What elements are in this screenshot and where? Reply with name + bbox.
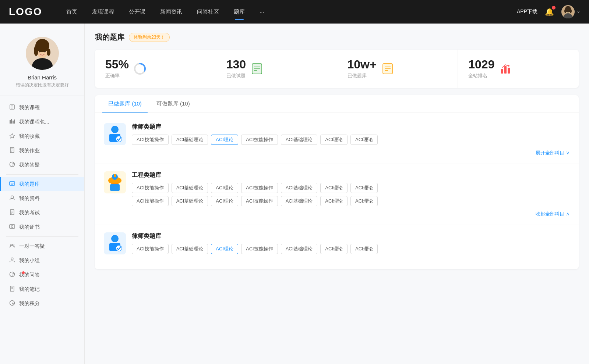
- sidebar-item-homework[interactable]: 我的作业: [0, 143, 84, 158]
- tag-lawyer-5[interactable]: ACI理论: [320, 135, 348, 145]
- tag-lawyer2-1[interactable]: ACI基础理论: [172, 244, 208, 254]
- qbank-lawyer-tags: ACI技能操作 ACI基础理论 ACI理论 ACI技能操作 ACI基础理论 AC…: [132, 135, 570, 145]
- qbank-engineer-tags-row2: ACI技能操作 ACI基础理论 ACI理论 ACI技能操作 ACI基础理论 AC…: [132, 196, 570, 206]
- logo[interactable]: LOGO: [9, 6, 46, 18]
- qbank-engineer-icon: [104, 171, 126, 193]
- tag-eng-r2-3[interactable]: ACI技能操作: [241, 196, 278, 206]
- main-content: 我的题库 体验剩余23天！ 55% 正确率: [85, 24, 589, 364]
- svg-rect-70: [109, 181, 120, 183]
- nav-menu: 首页 发现课程 公开课 新闻资讯 问答社区 题库 ···: [60, 6, 517, 18]
- qbank-engineer-tags-row1: ACI技能操作 ACI基础理论 ACI理论 ACI技能操作 ACI基础理论 AC…: [132, 183, 570, 193]
- profile-name: Brian Harris: [28, 74, 57, 81]
- tag-lawyer2-5[interactable]: ACI理论: [320, 244, 348, 254]
- svg-rect-37: [10, 225, 15, 228]
- tag-lawyer-2[interactable]: ACI理论: [211, 135, 238, 145]
- qbank-list: 律师类题库 ACI技能操作 ACI基础理论 ACI理论 ACI技能操作 ACI基…: [95, 113, 579, 269]
- tag-lawyer2-3[interactable]: ACI技能操作: [241, 244, 278, 254]
- tag-eng-3[interactable]: ACI技能操作: [241, 183, 278, 193]
- qbank-lawyer-icon: [104, 123, 126, 145]
- qbank-lawyer-expand[interactable]: 展开全部科目 ∨: [536, 150, 570, 156]
- sidebar-item-profile[interactable]: 我的资料: [0, 191, 84, 206]
- tag-lawyer2-2[interactable]: ACI理论: [211, 244, 238, 254]
- sidebar-menu: 我的课程 我的课程包... 我的收藏 我的作业: [0, 99, 84, 312]
- tag-eng-4[interactable]: ACI基础理论: [281, 183, 318, 193]
- done-questions-icon: [250, 62, 264, 75]
- tag-lawyer-1[interactable]: ACI基础理论: [172, 135, 208, 145]
- svg-point-38: [11, 226, 13, 228]
- sidebar-item-exam[interactable]: 我的考试: [0, 206, 84, 220]
- nav-discover[interactable]: 发现课程: [86, 6, 120, 18]
- page-title: 我的题库: [95, 32, 124, 42]
- tag-eng-1[interactable]: ACI基础理论: [172, 183, 208, 193]
- stat-ranking-label: 全站排名: [468, 72, 494, 79]
- nav-news[interactable]: 新闻资讯: [154, 6, 188, 18]
- sidebar-item-my-qa[interactable]: ? 我的问答: [0, 268, 84, 282]
- tag-eng-r2-4[interactable]: ACI基础理论: [281, 196, 318, 206]
- sidebar-item-certificate[interactable]: 我的证书: [0, 220, 84, 234]
- nav-more[interactable]: ···: [254, 6, 270, 18]
- tab-done-banks[interactable]: 已做题库 (10): [102, 95, 148, 113]
- done-banks-icon: [381, 62, 394, 75]
- stat-ranking-value: 1029: [468, 58, 494, 70]
- qbank-lawyer2-tags: ACI技能操作 ACI基础理论 ACI理论 ACI技能操作 ACI基础理论 AC…: [132, 244, 570, 254]
- svg-rect-21: [14, 119, 15, 124]
- sidebar: Brian Harris 错误的决定比没有决定要好 我的课程 我的课程包...: [0, 24, 85, 364]
- profile-avatar: [26, 37, 59, 70]
- qa-icon: ?: [9, 161, 15, 168]
- tag-lawyer-6[interactable]: ACI理论: [350, 135, 378, 145]
- tag-eng-6[interactable]: ACI理论: [350, 183, 378, 193]
- stat-accuracy-value: 55%: [105, 58, 129, 70]
- sidebar-item-qa[interactable]: ? 我的答疑: [0, 158, 84, 172]
- stat-ranking: 1029 全站排名: [458, 50, 579, 88]
- tag-eng-2[interactable]: ACI理论: [211, 183, 238, 193]
- tag-lawyer2-0[interactable]: ACI技能操作: [132, 244, 169, 254]
- svg-rect-18: [10, 120, 11, 124]
- tag-eng-r2-5[interactable]: ACI理论: [320, 196, 348, 206]
- tag-lawyer-0[interactable]: ACI技能操作: [132, 135, 169, 145]
- sidebar-label-homework: 我的作业: [19, 147, 40, 154]
- sidebar-item-one-on-one[interactable]: 一对一答疑: [0, 239, 84, 253]
- tag-lawyer-3[interactable]: ACI技能操作: [241, 135, 278, 145]
- svg-point-4: [564, 9, 567, 13]
- tag-eng-r2-2[interactable]: ACI理论: [211, 196, 238, 206]
- nav-open-course[interactable]: 公开课: [123, 6, 151, 18]
- divider-2: [6, 236, 78, 237]
- sidebar-item-my-course[interactable]: 我的课程: [0, 100, 84, 115]
- sidebar-item-points[interactable]: ★ 我的积分: [0, 296, 84, 311]
- tag-eng-r2-6[interactable]: ACI理论: [350, 196, 378, 206]
- one-on-one-icon: [9, 243, 15, 250]
- app-download-button[interactable]: APP下载: [517, 8, 537, 15]
- tab-available-banks[interactable]: 可做题库 (10): [151, 95, 196, 113]
- star-icon: [9, 133, 15, 140]
- svg-point-13: [44, 51, 46, 53]
- exam-icon: [9, 209, 15, 216]
- tag-eng-r2-0[interactable]: ACI技能操作: [132, 196, 169, 206]
- user-avatar-wrap[interactable]: ∨: [561, 5, 580, 18]
- accuracy-donut-icon: [133, 62, 147, 75]
- nav-qbank[interactable]: 题库: [228, 6, 251, 18]
- sidebar-item-course-pack[interactable]: 我的课程包...: [0, 115, 84, 129]
- nav-qa[interactable]: 问答社区: [191, 6, 225, 18]
- stats-row: 55% 正确率 130 已做试题: [95, 50, 579, 88]
- nav-home[interactable]: 首页: [60, 6, 83, 18]
- notes-icon: [9, 286, 15, 293]
- tag-lawyer-4[interactable]: ACI基础理论: [281, 135, 318, 145]
- sidebar-item-favorites[interactable]: 我的收藏: [0, 129, 84, 143]
- tag-eng-5[interactable]: ACI理论: [320, 183, 348, 193]
- notification-bell[interactable]: 🔔: [545, 7, 554, 16]
- sidebar-label-course-pack: 我的课程包...: [19, 119, 49, 125]
- avatar: [561, 5, 575, 18]
- sidebar-label-favorites: 我的收藏: [19, 133, 40, 140]
- tag-eng-r2-1[interactable]: ACI基础理论: [172, 196, 208, 206]
- sidebar-item-qbank[interactable]: 我的题库: [0, 177, 84, 191]
- sidebar-label-one-on-one: 一对一答疑: [19, 243, 45, 250]
- sidebar-item-group[interactable]: 我的小组: [0, 253, 84, 268]
- sidebar-label-course: 我的课程: [19, 104, 40, 111]
- qbank-item-engineer: 工程类题库 ACI技能操作 ACI基础理论 ACI理论 ACI技能操作 ACI基…: [95, 164, 579, 225]
- tag-eng-0[interactable]: ACI技能操作: [132, 183, 169, 193]
- tag-lawyer2-6[interactable]: ACI理论: [350, 244, 378, 254]
- qbank-engineer-expand[interactable]: 收起全部科目 ∧: [536, 211, 570, 217]
- sidebar-label-certificate: 我的证书: [19, 224, 40, 231]
- tag-lawyer2-4[interactable]: ACI基础理论: [281, 244, 318, 254]
- sidebar-item-notes[interactable]: 我的笔记: [0, 282, 84, 296]
